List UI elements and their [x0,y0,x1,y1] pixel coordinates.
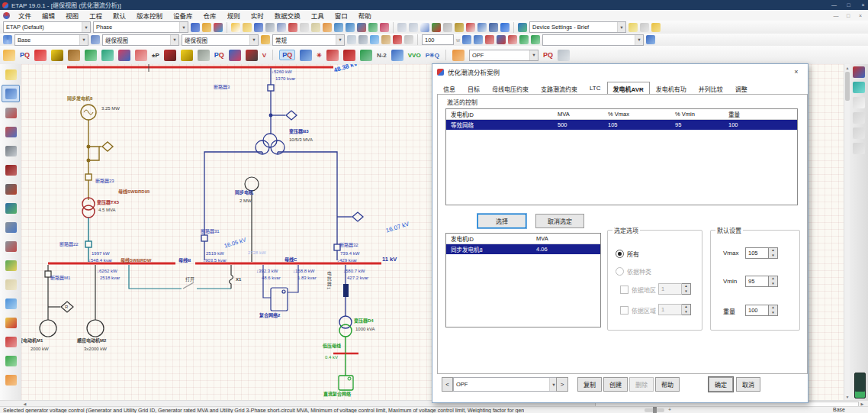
spin-down-icon[interactable]: ▼ [682,289,690,295]
copy-study-case-button[interactable]: 复制 [577,377,602,392]
camera-green2-icon[interactable] [531,35,540,44]
flask-icon[interactable] [393,35,402,44]
action-disabled3-icon[interactable] [853,143,865,154]
cut-icon[interactable] [288,23,297,32]
battery-sizing-icon[interactable] [198,50,210,61]
next-study-case-button[interactable]: > [556,377,568,392]
protection-coordination-icon[interactable] [118,50,130,61]
control-panel-icon[interactable] [2,142,20,160]
pencil-small-icon[interactable] [261,35,270,44]
copy-page-icon[interactable] [347,35,356,44]
menu-5[interactable]: 版本控制 [131,12,168,20]
camera-green-icon[interactable] [519,35,529,44]
zoom-in-icon[interactable] [334,23,343,32]
phase-combo[interactable]: Phase▼ [93,21,188,33]
table-row[interactable]: 等效网络50010595100 [446,120,797,130]
menu-11[interactable]: 工具 [306,12,330,20]
network-yellow-icon[interactable] [2,314,20,331]
zoom-out-icon[interactable] [346,23,355,32]
dialog-title-bar[interactable]: 优化潮流分析案例 [432,64,808,79]
menu-2[interactable]: 视图 [60,12,84,20]
mdi-system-icon[interactable] [3,12,10,19]
active-controls-table[interactable]: 发电机IDMVA% Vmax% Vmin重量等效网络50010595100 [445,108,798,205]
vvo-icon[interactable]: VVO [408,52,421,59]
pq-analysis-icon[interactable] [853,66,865,78]
create-study-case-button[interactable]: 创建 [603,377,628,392]
scenario-wizard-icon[interactable] [452,50,465,61]
gis-map-icon[interactable] [2,199,20,217]
deselect-button[interactable]: 取消选定 [535,214,584,228]
mdi-close-button[interactable]: × [854,13,866,18]
study-case-selector-combo[interactable]: OPF▼ [453,377,558,392]
print-preview-icon[interactable] [277,23,286,32]
copy-icon[interactable] [300,23,309,32]
help-button[interactable]: 帮助 [655,377,680,392]
n2-contingency-icon[interactable]: N-2 [377,52,387,59]
project-combo[interactable]: ETAP (Default)▼ [3,21,91,33]
star-analysis-icon[interactable]: ✳ [317,52,322,59]
presentation-combo[interactable]: 继保视图▼ [102,34,179,46]
menu-13[interactable]: 帮助 [353,12,377,20]
report-icon[interactable] [853,97,865,108]
palette-icon[interactable] [191,23,200,32]
dashboard-icon[interactable] [2,161,20,179]
fault-insertion-icon[interactable] [343,50,355,61]
pencil-icon[interactable] [202,23,211,32]
calendar-red-icon[interactable] [466,23,475,32]
maximize-button[interactable]: □ [841,1,856,9]
grid-color-icon[interactable] [432,23,441,32]
save-icon[interactable] [254,23,263,32]
schedule-combo[interactable]: ▼ [542,34,644,46]
contingency-icon[interactable] [360,50,372,61]
comment-icon[interactable] [651,23,661,32]
menu-6[interactable]: 设备库 [168,12,198,20]
note-gray-icon[interactable] [640,23,649,32]
network-red-icon[interactable] [2,333,20,350]
binoculars-icon[interactable] [489,23,498,32]
zoom-window-icon[interactable] [357,23,366,32]
transfer-results-icon[interactable] [558,50,570,61]
switching-sequence-icon[interactable] [326,50,339,61]
pin-icon[interactable] [508,35,517,44]
lock-icon[interactable] [443,23,452,32]
grid-snap-icon[interactable] [409,23,418,32]
transient-stability-icon[interactable] [101,50,114,61]
transformer-tx5-symbol[interactable] [82,198,95,218]
zone-spinner[interactable]: 1 ▲▼ [658,304,691,315]
undo-gray-icon[interactable] [404,35,413,44]
select-button[interactable]: 选择 [477,214,526,228]
cloud-icon[interactable] [370,35,379,44]
display-options-combo[interactable]: 常规▼ [272,34,345,46]
tab-调整[interactable]: 调整 [729,82,754,95]
action-disabled-icon[interactable] [853,112,865,124]
hierarchy-blue-icon[interactable] [474,35,483,44]
edit-mode-icon[interactable] [3,50,15,61]
ok-button[interactable]: 确定 [709,377,733,392]
network-orange-icon[interactable] [2,371,20,389]
dumpster-icon[interactable] [2,295,20,312]
tab-母线电压约束[interactable]: 母线电压约束 [486,82,535,95]
action-disabled2-icon[interactable] [853,127,865,139]
zoom-level-input[interactable]: 100 [422,34,454,45]
area-spinner[interactable]: 1 ▲▼ [658,283,691,295]
radio-by-type[interactable]: 依据种类 [616,267,651,276]
gallery-icon[interactable] [381,35,391,44]
zoom-slider-thumb[interactable] [653,407,657,413]
dc-load-flow-icon[interactable]: PQ [214,51,224,59]
bus-tie[interactable] [129,265,233,289]
paste-icon[interactable] [311,23,320,32]
unbalanced-load-flow-icon[interactable]: ±P [152,52,159,59]
radio-all[interactable]: 所有 [616,250,639,258]
check-by-area[interactable]: 依据地区 [620,286,656,294]
window-cascade-icon[interactable] [91,35,100,44]
monitor-help-icon[interactable] [853,82,865,93]
hierarchy-red-icon[interactable] [485,35,494,44]
schematic-blue-icon[interactable] [2,218,20,236]
generator-select-table[interactable]: 发电机IDMVA同步发电机84.06 [445,233,601,327]
tab-发电机有功[interactable]: 发电机有功 [650,82,693,95]
menu-8[interactable]: 规则 [222,12,246,20]
calendar-blue-icon[interactable] [477,23,487,32]
dialog-close-icon[interactable]: × [791,67,802,77]
weight-spinner[interactable]: 100 ▲▼ [745,305,778,316]
arrow-down-blue-icon[interactable] [462,35,471,44]
